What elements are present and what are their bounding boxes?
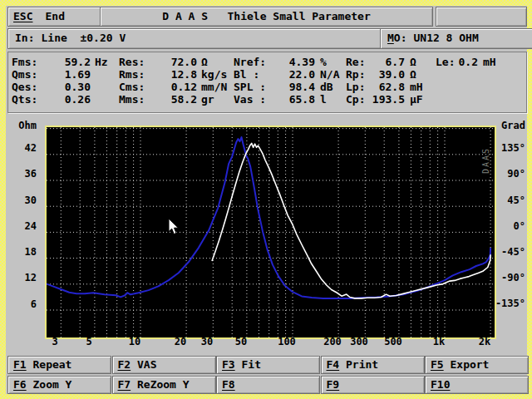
x-axis-tick: 100 — [270, 337, 303, 347]
model-label: MO: — [387, 32, 406, 44]
param-label: Res: — [119, 56, 145, 68]
param-value: 65.8 — [262, 93, 315, 106]
param-unit: mm/N — [201, 81, 227, 93]
y-axis-left-tick: 18 — [7, 247, 37, 258]
impedance-phase-plot: DAAS — [47, 127, 495, 337]
input-label: In: — [15, 32, 34, 44]
param-label: Qms: — [12, 68, 37, 81]
y-axis-right-tick: 135° — [494, 143, 525, 154]
x-axis-tick: 3 — [38, 337, 71, 347]
param-unit: kg/s — [201, 68, 227, 81]
fkey-key-label: F3 — [222, 358, 235, 371]
fkey-key-label: F6 — [13, 378, 27, 391]
daas-application-window: { "header": { "esc_key": "ESC", "esc_lab… — [0, 0, 532, 399]
header-spare-box — [436, 7, 527, 27]
x-axis-tick: 300 — [342, 337, 376, 347]
param-unit: gr — [201, 93, 214, 106]
param-label: Qes: — [12, 81, 37, 93]
param-unit: µF — [410, 93, 423, 106]
x-axis-tick: 10 — [118, 337, 151, 347]
fkey-action-label: Repeat — [27, 358, 72, 371]
x-axis-tick: 1k — [422, 337, 456, 347]
y-axis-right-title: Grad — [494, 121, 525, 131]
parameter-row: Qms:1.69Rms:12.8kg/sBl :22.0N/ARp:39.0Ω — [8, 68, 526, 81]
daas-watermark: DAAS — [481, 147, 490, 174]
impedance-curve — [47, 137, 490, 298]
y-axis-left-title: Ohm — [7, 121, 37, 131]
page-title: D A A S Thiele Small Parameter — [162, 10, 370, 22]
y-axis-left-tick: 24 — [7, 221, 37, 232]
model-selector[interactable]: MO:UN12 8 OHM — [380, 28, 532, 49]
param-label: Cms: — [119, 81, 145, 93]
fkey-button-f1[interactable]: F1 Repeat — [7, 356, 111, 374]
param-unit: Ω — [201, 56, 208, 68]
param-value: 0.12 — [144, 81, 197, 93]
fkey-action-label: ReZoom Y — [131, 378, 189, 391]
fkey-action-label: Zoom Y — [27, 378, 72, 391]
fkey-button-f5[interactable]: F5 Export — [425, 356, 529, 374]
fkey-button-f2[interactable]: F2 VAS — [112, 356, 216, 374]
param-value: 0.30 — [38, 81, 91, 93]
param-unit: Ω — [410, 68, 416, 81]
param-value: 59.2 — [38, 56, 91, 68]
fkey-action-label: VAS — [131, 358, 156, 371]
param-label: Qts: — [12, 93, 37, 106]
esc-action-label: End — [45, 10, 64, 22]
fkey-action-label: Export — [444, 358, 490, 371]
param-value: 39.0 — [353, 68, 405, 81]
fkey-button-f6[interactable]: F6 Zoom Y — [7, 376, 111, 394]
esc-end-button[interactable]: ESCEnd — [7, 7, 102, 27]
fkey-button-f9[interactable]: F9 — [321, 376, 425, 394]
param-value: 62.8 — [353, 81, 405, 93]
fkey-button-f4[interactable]: F4 Print — [321, 356, 425, 374]
param-value: 4.39 — [262, 56, 315, 68]
param-label: Bl : — [234, 68, 259, 81]
mouse-cursor — [168, 218, 180, 236]
param-unit: Hz — [95, 56, 108, 68]
param-value: 0.26 — [38, 93, 91, 106]
y-axis-right-tick: -90° — [494, 273, 525, 283]
fkey-key-label: F10 — [431, 378, 450, 391]
fkey-key-label: F9 — [327, 378, 340, 391]
param-unit: l — [320, 93, 327, 106]
param-value: 193.5 — [353, 93, 405, 106]
phase-curve — [212, 143, 490, 298]
y-axis-left-tick: 12 — [7, 273, 37, 283]
x-axis-tick: 5 — [72, 337, 106, 347]
y-axis-left-tick: 30 — [7, 195, 37, 206]
fkey-button-f10[interactable]: F10 — [425, 376, 529, 394]
param-unit: mH — [410, 81, 423, 93]
param-value: 6.7 — [353, 56, 405, 68]
fkey-key-label: F8 — [222, 378, 235, 391]
fkey-action-label: Fit — [235, 358, 261, 371]
model-value: UN12 8 OHM — [413, 32, 478, 44]
fkey-action-label: Print — [339, 358, 378, 371]
fkey-key-label: F2 — [118, 358, 131, 371]
fkey-key-label: F1 — [13, 358, 27, 371]
window-content: ESCEnd D A A S Thiele Small Parameter In… — [6, 6, 527, 394]
plot-area[interactable]: DAAS — [45, 126, 496, 339]
fkey-key-label: F7 — [118, 378, 131, 391]
title-bar: D A A S Thiele Small Parameter — [100, 7, 433, 27]
input-level-box: In:Line ±0.20 V — [7, 28, 384, 49]
y-axis-left-tick: 6 — [7, 299, 37, 310]
input-value: Line ±0.20 V — [41, 32, 126, 44]
parameter-panel: Fms:59.2HzRes:72.0ΩNref:4.39%Re:6.7ΩLe:0… — [7, 52, 527, 113]
param-unit: mH — [483, 56, 496, 68]
fkey-button-f8[interactable]: F8 — [216, 376, 320, 394]
param-unit: Ω — [410, 56, 416, 68]
param-unit: N/A — [320, 68, 339, 81]
param-label: Fms: — [12, 56, 37, 68]
fkey-button-f3[interactable]: F3 Fit — [216, 356, 320, 374]
fkey-button-f7[interactable]: F7 ReZoom Y — [112, 376, 216, 394]
fkey-key-label: F5 — [431, 358, 444, 371]
param-unit: dB — [320, 81, 333, 93]
y-axis-right-tick: -45° — [494, 247, 525, 258]
param-value: 72.0 — [144, 56, 197, 68]
param-label: Mms: — [119, 93, 145, 106]
param-value: 98.4 — [262, 81, 315, 93]
param-label: Rms: — [119, 68, 145, 81]
parameter-row: Qts:0.26Mms:58.2grVas :65.8lCp:193.5µF — [8, 93, 526, 106]
param-value: 0.2 — [440, 56, 478, 68]
x-axis-tick: 50 — [224, 337, 258, 347]
